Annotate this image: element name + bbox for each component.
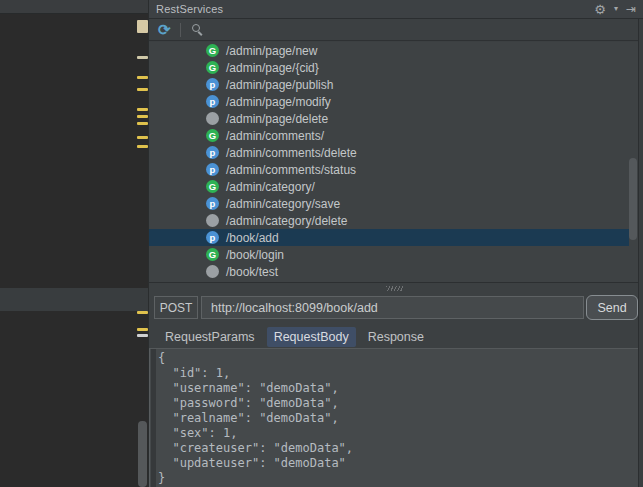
editor-marker (137, 20, 148, 33)
endpoint-list[interactable]: G /admin/page/new G /admin/page/{cid} p … (149, 42, 643, 282)
endpoint-path: /admin/page/{cid} (226, 61, 319, 75)
endpoint-row[interactable]: p /admin/comments/status (149, 161, 629, 178)
endpoint-row[interactable]: p /admin/page/publish (149, 76, 629, 93)
hide-tool-window-icon[interactable]: ⇥ (626, 3, 636, 15)
endpoint-path: /admin/comments/status (226, 163, 356, 177)
endpoint-row[interactable]: G /admin/category/ (149, 178, 629, 195)
editor-tab-strip (0, 0, 148, 14)
http-method-icon-delete (206, 214, 219, 227)
splitter-grip-icon[interactable] (386, 286, 404, 291)
toolbar-separator (180, 23, 181, 37)
editor-marker (137, 76, 148, 79)
endpoint-path: /admin/page/publish (226, 78, 333, 92)
http-method-icon-post: p (206, 146, 219, 159)
screenshot-root: RestServices ⚙ ▾ ⇥ ⟳ G /admin/page/new G… (0, 0, 643, 487)
panel-toolbar: ⟳ (149, 19, 643, 41)
tab-requestparams[interactable]: RequestParams (158, 327, 262, 347)
tab-requestbody[interactable]: RequestBody (267, 327, 356, 347)
endpoint-row[interactable]: G /admin/comments/ (149, 127, 629, 144)
http-method-icon-post: p (206, 231, 219, 244)
list-scrollbar-thumb[interactable] (629, 158, 637, 240)
endpoint-path: /book/login (226, 248, 284, 262)
http-method-icon-get: G (206, 248, 219, 261)
http-method-icon-delete (206, 112, 219, 125)
endpoint-row[interactable]: /admin/category/delete (149, 212, 629, 229)
refresh-icon[interactable]: ⟳ (149, 22, 180, 37)
search-icon[interactable] (192, 24, 203, 35)
editor-marker (137, 122, 148, 125)
endpoint-path: /admin/category/delete (226, 214, 347, 228)
endpoint-row[interactable]: p /book/add (149, 229, 629, 246)
editor-marker (137, 88, 148, 91)
editor-marker (137, 136, 148, 139)
endpoint-path: /book/test (226, 265, 278, 279)
send-button[interactable]: Send (586, 295, 638, 320)
editor-marker (137, 311, 148, 314)
endpoint-path: /admin/comments/ (226, 129, 324, 143)
endpoint-row[interactable]: p /admin/page/modify (149, 93, 629, 110)
endpoint-row[interactable]: G /admin/page/new (149, 42, 629, 59)
endpoint-row[interactable]: p /admin/comments/delete (149, 144, 629, 161)
endpoint-path: /admin/category/save (226, 197, 340, 211)
request-body-editor[interactable]: { "id": 1, "username": "demoData", "pass… (149, 348, 638, 487)
http-method-icon-get: G (206, 61, 219, 74)
editor-highlighted-line (0, 288, 148, 311)
tab-response[interactable]: Response (361, 327, 431, 347)
http-method-selector[interactable]: POST (154, 296, 198, 319)
editor-scrollbar-thumb[interactable] (138, 421, 147, 487)
request-tabs: RequestParams RequestBody Response (149, 325, 638, 348)
endpoint-row[interactable]: G /book/login (149, 246, 629, 263)
endpoint-path: /admin/comments/delete (226, 146, 357, 160)
endpoint-path: /admin/category/ (226, 180, 315, 194)
tool-window-title: RestServices (149, 3, 223, 15)
editor-marker (137, 108, 148, 111)
panel-right-edge (638, 19, 643, 487)
endpoint-path: /admin/page/new (226, 44, 317, 58)
http-method-icon-post: p (206, 163, 219, 176)
gear-icon[interactable]: ⚙ (594, 3, 606, 16)
endpoint-path: /admin/page/delete (226, 112, 328, 126)
http-method-icon-delete (206, 265, 219, 278)
request-bar: POST http://localhost:8099/book/add Send (149, 292, 638, 323)
http-method-icon-post: p (206, 78, 219, 91)
panel-splitter[interactable] (149, 282, 638, 292)
editor-marker (137, 334, 148, 337)
http-method-icon-get: G (206, 129, 219, 142)
endpoint-row[interactable]: /book/test (149, 263, 629, 280)
http-method-icon-get: G (206, 44, 219, 57)
editor-marker (137, 115, 148, 118)
restservices-panel: RestServices ⚙ ▾ ⇥ ⟳ G /admin/page/new G… (148, 0, 643, 487)
editor-marker (137, 56, 148, 59)
endpoint-path: /book/add (226, 231, 279, 245)
endpoint-row[interactable]: /admin/page/delete (149, 110, 629, 127)
chevron-down-icon[interactable]: ▾ (614, 5, 618, 13)
editor-marker (137, 145, 148, 148)
http-method-icon-post: p (206, 95, 219, 108)
request-url-input[interactable]: http://localhost:8099/book/add (201, 296, 584, 319)
endpoint-row[interactable]: G /admin/page/{cid} (149, 59, 629, 76)
tool-window-header[interactable]: RestServices ⚙ ▾ ⇥ (149, 0, 643, 19)
editor-marker (137, 328, 148, 331)
endpoint-path: /admin/page/modify (226, 95, 331, 109)
http-method-icon-get: G (206, 180, 219, 193)
request-body-text[interactable]: { "id": 1, "username": "demoData", "pass… (158, 351, 353, 486)
background-editor (0, 0, 148, 487)
http-method-icon-post: p (206, 197, 219, 210)
editor-gutter (151, 349, 156, 487)
header-icons: ⚙ ▾ ⇥ (594, 3, 643, 16)
endpoint-row[interactable]: p /admin/category/save (149, 195, 629, 212)
